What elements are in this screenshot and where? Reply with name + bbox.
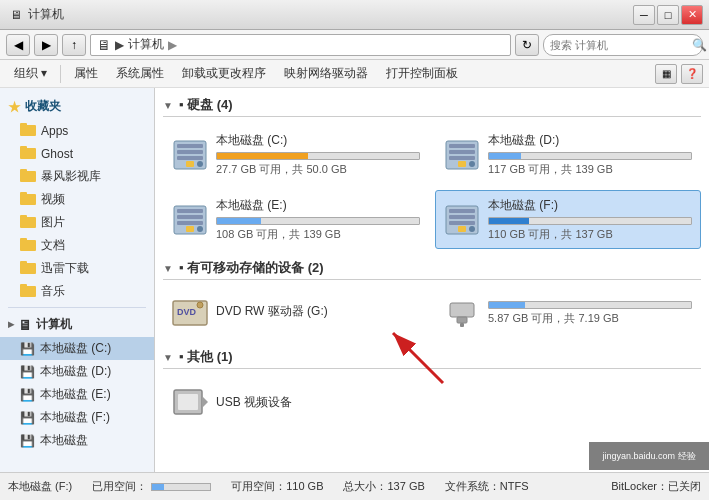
status-bar-inner [151, 483, 211, 491]
svg-rect-13 [20, 261, 27, 265]
svg-point-32 [197, 226, 203, 232]
drive-f-info: 本地磁盘 (F:) 110 GB 可用，共 137 GB [488, 197, 692, 242]
svg-rect-47 [178, 394, 198, 410]
sidebar-item-music[interactable]: 音乐 [0, 280, 154, 303]
usb-video-icon [172, 384, 208, 420]
sidebar-separator [8, 307, 146, 308]
map-drive-button[interactable]: 映射网络驱动器 [276, 63, 376, 85]
view-button-1[interactable]: ▦ [655, 64, 677, 84]
hdd-icon: 💾 [20, 434, 35, 448]
drive-d-size: 117 GB 可用，共 139 GB [488, 162, 692, 177]
address-path-text: 计算机 [128, 36, 164, 53]
sidebar-item-f[interactable]: 💾 本地磁盘 (F:) [0, 406, 154, 429]
svg-rect-9 [20, 215, 27, 219]
computer-label: 计算机 [36, 316, 72, 333]
status-bar-fill [152, 484, 164, 490]
expand-icon: ▶ [8, 320, 14, 329]
drive-c-bar-container [216, 152, 420, 160]
svg-rect-3 [20, 146, 27, 150]
hdd-icon: 💾 [20, 342, 35, 356]
folder-icon [20, 168, 36, 185]
organize-button[interactable]: 组织 ▾ [6, 63, 55, 85]
drive-c[interactable]: 本地磁盘 (C:) 27.7 GB 可用，共 50.0 GB [163, 125, 429, 184]
drive-c-bar [217, 153, 308, 159]
hard-disks-header: ▼ ▪ 硬盘 (4) [163, 96, 701, 117]
title-bar: 🖥 计算机 ─ □ ✕ [0, 0, 709, 30]
sidebar-item-e[interactable]: 💾 本地磁盘 (E:) [0, 383, 154, 406]
svg-rect-11 [20, 238, 27, 242]
address-box[interactable]: 🖥 ▶ 计算机 ▶ [90, 34, 511, 56]
computer-icon: 🖥 [18, 317, 32, 333]
sidebar-item-c[interactable]: 💾 本地磁盘 (C:) [0, 337, 154, 360]
search-box[interactable]: 🔍 [543, 34, 703, 56]
sidebar-item-documents[interactable]: 文档 [0, 234, 154, 257]
usb-video-name: USB 视频设备 [216, 394, 292, 411]
address-path: ▶ [115, 38, 124, 52]
folder-icon [20, 145, 36, 162]
address-arrow: ▶ [168, 38, 177, 52]
search-input[interactable] [550, 39, 688, 51]
svg-rect-17 [177, 144, 203, 148]
toolbar-separator-1 [60, 65, 61, 83]
status-total: 总大小：137 GB [343, 479, 424, 494]
sidebar-item-apps[interactable]: Apps [0, 119, 154, 142]
drive-f-bar-container [488, 217, 692, 225]
maximize-button[interactable]: □ [657, 5, 679, 25]
removable-title: ▪ 有可移动存储的设备 (2) [179, 259, 324, 277]
uninstall-button[interactable]: 卸载或更改程序 [174, 63, 274, 85]
drive-f[interactable]: 本地磁盘 (F:) 110 GB 可用，共 137 GB [435, 190, 701, 249]
control-panel-button[interactable]: 打开控制面板 [378, 63, 466, 85]
search-icon: 🔍 [692, 38, 707, 52]
sidebar-item-label: 本地磁盘 (E:) [40, 386, 111, 403]
back-button[interactable]: ◀ [6, 34, 30, 56]
sidebar-item-video[interactable]: 视频 [0, 188, 154, 211]
forward-button[interactable]: ▶ [34, 34, 58, 56]
sidebar-item-label: 本地磁盘 (F:) [40, 409, 110, 426]
close-button[interactable]: ✕ [681, 5, 703, 25]
sidebar-item-label: 暴风影视库 [41, 168, 101, 185]
toolbar-right: ▦ ❓ [655, 64, 703, 84]
sidebar-item-label: 本地磁盘 (C:) [40, 340, 111, 357]
drive-c-size: 27.7 GB 可用，共 50.0 GB [216, 162, 420, 177]
svg-rect-21 [186, 161, 194, 167]
sidebar-item-label: 文档 [41, 237, 65, 254]
sidebar-item-label: 迅雷下载 [41, 260, 89, 277]
svg-marker-48 [202, 396, 208, 408]
refresh-button[interactable]: ↻ [515, 34, 539, 56]
system-properties-button[interactable]: 系统属性 [108, 63, 172, 85]
sidebar-item-d[interactable]: 💾 本地磁盘 (D:) [0, 360, 154, 383]
properties-button[interactable]: 属性 [66, 63, 106, 85]
svg-rect-7 [20, 192, 27, 196]
svg-rect-15 [20, 284, 27, 288]
minimize-button[interactable]: ─ [633, 5, 655, 25]
svg-point-26 [469, 161, 475, 167]
sidebar-item-label: 本地磁盘 [40, 432, 88, 449]
drive-d-bar [489, 153, 521, 159]
folder-icon [20, 122, 36, 139]
drive-f-icon [444, 202, 480, 238]
used-label: 已用空间： [92, 479, 147, 494]
sidebar-item-ghost[interactable]: Ghost [0, 142, 154, 165]
status-selected: 本地磁盘 (F:) [8, 479, 72, 494]
bitlocker-label: BitLocker：已关闭 [611, 479, 701, 494]
sidebar-item-label: Apps [41, 124, 68, 138]
sidebar-item-pictures[interactable]: 图片 [0, 211, 154, 234]
sidebar-item-thunder[interactable]: 迅雷下载 [0, 257, 154, 280]
help-button[interactable]: ❓ [681, 64, 703, 84]
svg-point-38 [469, 226, 475, 232]
drive-d-name: 本地磁盘 (D:) [488, 132, 692, 149]
drive-e-bar [217, 218, 261, 224]
drive-e-size: 108 GB 可用，共 139 GB [216, 227, 420, 242]
folder-icon [20, 260, 36, 277]
removable-info: 5.87 GB 可用，共 7.19 GB [488, 301, 692, 326]
up-button[interactable]: ↑ [62, 34, 86, 56]
sidebar-item-media[interactable]: 暴风影视库 [0, 165, 154, 188]
sidebar-item-disk[interactable]: 💾 本地磁盘 [0, 429, 154, 452]
sidebar-computer-header[interactable]: ▶ 🖥 计算机 [0, 312, 154, 337]
address-bar: ◀ ▶ ↑ 🖥 ▶ 计算机 ▶ ↻ 🔍 [0, 30, 709, 60]
drive-f-size: 110 GB 可用，共 137 GB [488, 227, 692, 242]
drive-d[interactable]: 本地磁盘 (D:) 117 GB 可用，共 139 GB [435, 125, 701, 184]
drive-e[interactable]: 本地磁盘 (E:) 108 GB 可用，共 139 GB [163, 190, 429, 249]
svg-rect-36 [449, 215, 475, 219]
section-arrow: ▼ [163, 100, 173, 111]
